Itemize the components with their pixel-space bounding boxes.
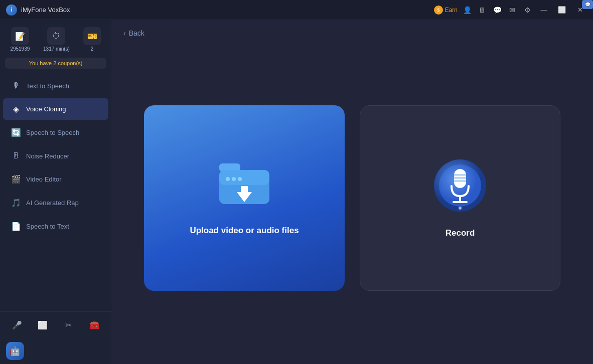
microphone-icon xyxy=(432,158,488,213)
sidebar-item-text-to-speech[interactable]: 🎙 Text to Speech xyxy=(3,75,108,96)
sidebar-item-video-editor[interactable]: 🎬 Video Editor xyxy=(3,168,108,190)
titlebar-right: $ Earn 👤 🖥 💬 ✉ ⚙ — ⬜ ✕ xyxy=(434,5,587,16)
screen-icon[interactable]: 🖥 xyxy=(477,5,488,16)
record-card[interactable]: Record xyxy=(360,105,560,291)
svg-point-5 xyxy=(238,177,242,181)
sidebar-item-speech-to-text[interactable]: 📄 Speech to Text xyxy=(3,216,108,237)
svg-point-3 xyxy=(226,177,230,181)
coupon-bar: You have 2 coupon(s) xyxy=(5,58,106,69)
content-header: ‹ Back xyxy=(111,20,593,42)
sidebar-divider xyxy=(5,74,106,74)
coupons-icon: 🎫 xyxy=(83,27,101,45)
bottom-toolbox-icon[interactable]: 🧰 xyxy=(86,317,102,333)
svg-rect-9 xyxy=(454,169,466,188)
record-label: Record xyxy=(446,228,475,238)
noise-reducer-label: Noise Reducer xyxy=(26,152,69,160)
titlebar: i iMyFone VoxBox $ Earn 👤 🖥 💬 ✉ ⚙ — ⬜ ✕ xyxy=(0,0,593,20)
minutes-icon: ⏱ xyxy=(47,27,65,45)
app-icon: i xyxy=(6,5,17,16)
stats-area: 📝 2951939 ⏱ 1317 min(s) 🎫 2 xyxy=(0,20,111,56)
voice-cloning-icon: ◈ xyxy=(11,104,21,114)
sidebar-item-ai-generated-rap[interactable]: 🎵 AI Generated Rap xyxy=(3,192,108,214)
upload-card[interactable]: Upload video or audio files xyxy=(144,105,345,291)
sidebar-bottom: 🎤 ⬜ ✂ 🧰 xyxy=(0,311,111,338)
upload-icon-wrapper xyxy=(217,161,272,211)
chars-icon: 📝 xyxy=(11,27,29,45)
user-icon[interactable]: 👤 xyxy=(462,5,473,16)
mail-icon[interactable]: ✉ xyxy=(507,5,518,16)
titlebar-left: i iMyFone VoxBox xyxy=(6,5,70,16)
stat-chars: 📝 2951939 xyxy=(10,27,30,52)
maximize-button[interactable]: ⬜ xyxy=(555,5,569,16)
chars-value: 2951939 xyxy=(10,46,30,52)
chatbot-robot-icon: 🤖 xyxy=(6,342,24,360)
noise-reducer-icon: 🎚 xyxy=(11,151,21,160)
app-title: iMyFone VoxBox xyxy=(21,6,70,14)
back-button[interactable]: ‹ Back xyxy=(123,29,144,37)
main-layout: 📝 2951939 ⏱ 1317 min(s) 🎫 2 You have 2 c… xyxy=(0,20,593,364)
cards-container: Upload video or audio files xyxy=(111,42,593,364)
bottom-loop-icon[interactable]: ⬜ xyxy=(35,317,51,333)
minimize-button[interactable]: — xyxy=(537,5,551,16)
earn-button[interactable]: $ Earn xyxy=(434,6,458,15)
ai-generated-rap-label: AI Generated Rap xyxy=(26,199,79,207)
stat-coupons: 🎫 2 xyxy=(83,27,101,52)
text-to-speech-icon: 🎙 xyxy=(11,81,21,90)
sidebar: 📝 2951939 ⏱ 1317 min(s) 🎫 2 You have 2 c… xyxy=(0,20,111,364)
video-editor-icon: 🎬 xyxy=(11,174,21,184)
video-editor-label: Video Editor xyxy=(26,175,62,183)
discord-icon[interactable]: 💬 xyxy=(492,5,503,16)
sidebar-item-noise-reducer[interactable]: 🎚 Noise Reducer xyxy=(3,145,108,166)
mic-icon-wrapper xyxy=(432,158,488,213)
voice-cloning-label: Voice Cloning xyxy=(26,105,66,113)
upload-label: Upload video or audio files xyxy=(190,226,299,236)
speech-to-text-label: Speech to Text xyxy=(26,223,69,230)
bottom-microphone-icon[interactable]: 🎤 xyxy=(9,317,25,333)
stat-minutes: ⏱ 1317 min(s) xyxy=(43,27,70,52)
svg-point-4 xyxy=(232,177,236,181)
upload-folder-icon xyxy=(217,161,272,209)
chatbot-area[interactable]: 🤖 💬 xyxy=(0,338,111,364)
speech-to-text-icon: 📄 xyxy=(11,222,21,231)
bottom-scissors-icon[interactable]: ✂ xyxy=(61,317,77,333)
earn-coin-icon: $ xyxy=(434,6,443,15)
ai-generated-rap-icon: 🎵 xyxy=(11,198,21,208)
text-to-speech-label: Text to Speech xyxy=(26,82,69,90)
sidebar-item-voice-cloning[interactable]: ◈ Voice Cloning xyxy=(3,98,108,120)
speech-to-speech-icon: 🔄 xyxy=(11,128,21,137)
back-label: Back xyxy=(129,29,144,37)
back-chevron-icon: ‹ xyxy=(123,29,126,37)
settings-icon[interactable]: ⚙ xyxy=(522,5,533,16)
speech-to-speech-label: Speech to Speech xyxy=(26,129,79,136)
coupons-value: 2 xyxy=(91,46,94,52)
content-area: ‹ Back xyxy=(111,20,593,364)
sidebar-item-speech-to-speech[interactable]: 🔄 Speech to Speech xyxy=(3,122,108,143)
minutes-value: 1317 min(s) xyxy=(43,46,70,52)
svg-point-15 xyxy=(459,207,462,210)
